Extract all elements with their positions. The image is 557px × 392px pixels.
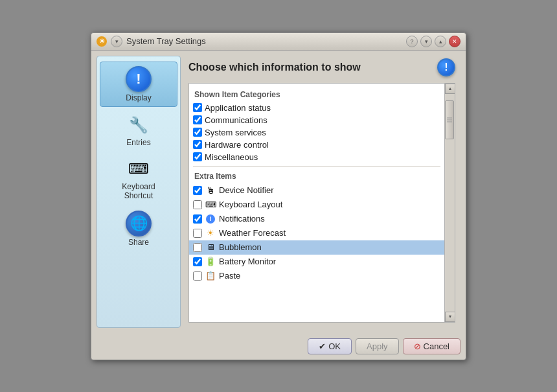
grip-line bbox=[447, 117, 452, 118]
keyboard-layout-icon: ⌨ bbox=[205, 199, 216, 211]
titlebar-left: ☀ ▾ System Tray Settings bbox=[97, 36, 206, 47]
scroll-grip bbox=[447, 117, 452, 122]
titlebar-controls: ? ▾ ▴ ✕ bbox=[406, 36, 460, 47]
separator bbox=[193, 166, 440, 167]
list-item-battery-monitor[interactable]: 🔋 Battery Monitor bbox=[189, 255, 444, 269]
checkbox-miscellaneous[interactable] bbox=[193, 152, 202, 161]
list-inner: Shown Item Categories Application status… bbox=[189, 84, 444, 322]
item-label-system-services: System services bbox=[205, 128, 266, 137]
device-notifier-icon: 🖱 bbox=[205, 185, 216, 196]
list-item-keyboard-layout[interactable]: ⌨ Keyboard Layout bbox=[189, 198, 444, 212]
item-label-device-notifier: Device Notifier bbox=[219, 185, 274, 195]
cancel-button[interactable]: ⊘ Cancel bbox=[403, 338, 460, 354]
share-icon: 🌐 bbox=[126, 211, 152, 236]
checkbox-hardware-control[interactable] bbox=[193, 140, 202, 149]
main-panel: Choose which information to show ! Shown… bbox=[181, 56, 460, 328]
item-label-keyboard-layout: Keyboard Layout bbox=[219, 200, 282, 209]
item-label-hardware-control: Hardware control bbox=[205, 140, 269, 150]
scroll-area[interactable] bbox=[445, 94, 455, 312]
list-item[interactable]: System services bbox=[189, 126, 444, 139]
scrollbar[interactable]: ▴ ▾ bbox=[444, 84, 455, 322]
main-header: Choose which information to show ! bbox=[188, 58, 455, 76]
item-label-bubblemon: Bubblemon bbox=[219, 242, 262, 252]
scroll-down-button[interactable]: ▾ bbox=[445, 312, 455, 322]
item-label-miscellaneous: Miscellaneous bbox=[205, 152, 258, 162]
app-icon: ☀ bbox=[97, 36, 107, 47]
sidebar-label-keyboard: KeyboardShortcut bbox=[122, 182, 155, 200]
main-window: ☀ ▾ System Tray Settings ? ▾ ▴ ✕ ! Displ… bbox=[91, 32, 466, 360]
checkbox-battery-monitor[interactable] bbox=[193, 257, 202, 266]
list-item[interactable]: Communications bbox=[189, 114, 444, 126]
weather-icon: ☀ bbox=[205, 227, 216, 239]
list-item-device-notifier[interactable]: 🖱 Device Notifier bbox=[189, 183, 444, 198]
checkbox-bubblemon[interactable] bbox=[193, 243, 202, 252]
list-item-paste[interactable]: 📋 Paste bbox=[189, 269, 444, 283]
sidebar-item-entries[interactable]: 🔧 Entries bbox=[100, 110, 177, 151]
cancel-label: Cancel bbox=[424, 341, 449, 351]
checkbox-communications[interactable] bbox=[193, 115, 202, 124]
apply-label: Apply bbox=[367, 341, 388, 351]
ok-checkmark-icon: ✔ bbox=[319, 341, 326, 351]
checkbox-keyboard-layout[interactable] bbox=[193, 200, 202, 209]
ok-label: OK bbox=[328, 341, 341, 351]
checkbox-system-services[interactable] bbox=[193, 128, 202, 137]
notifications-icon: i bbox=[205, 213, 216, 225]
keyboard-icon: ⌨ bbox=[127, 157, 150, 181]
list-item-bubblemon[interactable]: 🖥 Bubblemon bbox=[189, 240, 444, 255]
list-container: Shown Item Categories Application status… bbox=[188, 83, 455, 323]
battery-icon: 🔋 bbox=[205, 256, 216, 268]
item-label-battery-monitor: Battery Monitor bbox=[219, 257, 276, 266]
main-title: Choose which information to show bbox=[188, 62, 361, 73]
item-label-paste: Paste bbox=[219, 271, 240, 281]
minimize-button-right[interactable]: ▾ bbox=[420, 36, 432, 47]
help-button[interactable]: ? bbox=[406, 36, 418, 47]
checkbox-paste[interactable] bbox=[193, 271, 202, 281]
window-title: System Tray Settings bbox=[126, 36, 206, 46]
minimize-button[interactable]: ▾ bbox=[111, 36, 122, 47]
close-button[interactable]: ✕ bbox=[449, 36, 460, 47]
grip-line bbox=[447, 119, 452, 120]
list-item-weather-forecast[interactable]: ☀ Weather Forecast bbox=[189, 226, 444, 240]
ok-button[interactable]: ✔ OK bbox=[308, 338, 352, 354]
bubblemon-icon: 🖥 bbox=[205, 242, 216, 253]
sidebar-item-display[interactable]: ! Display bbox=[100, 62, 177, 107]
cancel-circle-icon: ⊘ bbox=[414, 341, 421, 351]
extra-items-header: Extra Items bbox=[189, 169, 444, 183]
apply-button[interactable]: Apply bbox=[356, 338, 399, 354]
checkbox-device-notifier[interactable] bbox=[193, 186, 202, 195]
sidebar-item-keyboard[interactable]: ⌨ KeyboardShortcut bbox=[100, 154, 177, 204]
scroll-thumb[interactable] bbox=[445, 100, 454, 139]
checkbox-application-status[interactable] bbox=[193, 103, 202, 112]
checkbox-notifications[interactable] bbox=[193, 214, 202, 224]
checkbox-weather-forecast[interactable] bbox=[193, 229, 202, 238]
sidebar-label-display: Display bbox=[126, 93, 151, 102]
sidebar: ! Display 🔧 Entries ⌨ KeyboardShortcut 🌐… bbox=[97, 56, 181, 328]
item-label-application-status: Application status bbox=[205, 103, 271, 113]
list-item[interactable]: Miscellaneous bbox=[189, 151, 444, 163]
scroll-up-button[interactable]: ▴ bbox=[445, 84, 455, 94]
titlebar: ☀ ▾ System Tray Settings ? ▾ ▴ ✕ bbox=[91, 33, 466, 51]
paste-icon: 📋 bbox=[205, 270, 216, 282]
list-item[interactable]: Hardware control bbox=[189, 139, 444, 151]
display-icon: ! bbox=[126, 66, 152, 92]
item-label-weather-forecast: Weather Forecast bbox=[219, 228, 286, 238]
header-info-icon: ! bbox=[437, 58, 455, 76]
sidebar-label-share: Share bbox=[128, 238, 149, 247]
list-item-notifications[interactable]: i Notifications bbox=[189, 212, 444, 226]
sidebar-label-entries: Entries bbox=[126, 138, 150, 147]
maximize-button[interactable]: ▴ bbox=[435, 36, 446, 47]
grip-line bbox=[447, 121, 452, 122]
content-area: ! Display 🔧 Entries ⌨ KeyboardShortcut 🌐… bbox=[91, 51, 466, 333]
item-label-notifications: Notifications bbox=[219, 214, 265, 224]
sidebar-item-share[interactable]: 🌐 Share bbox=[100, 207, 177, 251]
shown-items-header: Shown Item Categories bbox=[189, 87, 444, 102]
button-bar: ✔ OK Apply ⊘ Cancel bbox=[91, 333, 466, 360]
entries-icon: 🔧 bbox=[127, 113, 150, 137]
list-item[interactable]: Application status bbox=[189, 102, 444, 114]
item-label-communications: Communications bbox=[205, 115, 267, 125]
